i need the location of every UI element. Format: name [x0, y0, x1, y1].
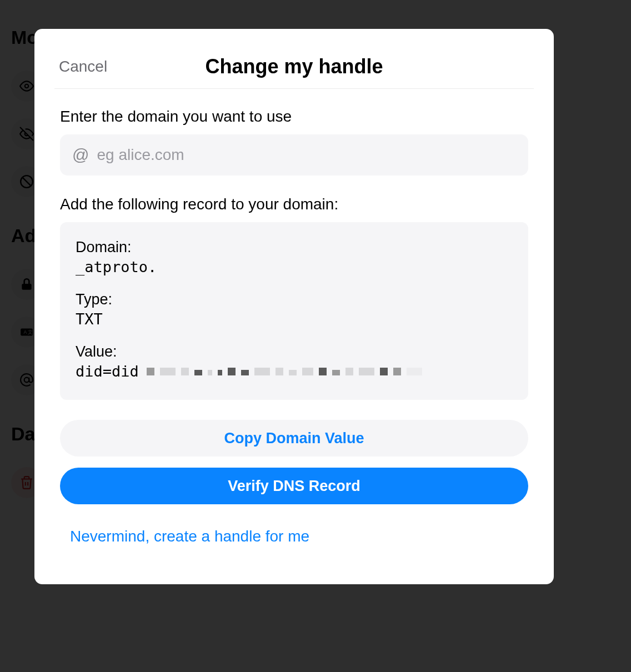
domain-field-label: Enter the domain you want to use [60, 108, 528, 126]
record-instruction-label: Add the following record to your domain: [60, 195, 528, 213]
record-value-label: Value: [76, 343, 513, 360]
nevermind-link[interactable]: Nevermind, create a handle for me [60, 528, 528, 545]
cancel-button[interactable]: Cancel [59, 58, 107, 76]
record-domain-value: _atproto. [76, 258, 513, 275]
record-value-prefix: did=did [76, 363, 139, 380]
record-type-value: TXT [76, 310, 513, 328]
domain-input[interactable] [97, 146, 516, 164]
verify-dns-record-button[interactable]: Verify DNS Record [60, 468, 528, 504]
redacted-did-value [147, 368, 422, 375]
at-sign-icon: @ [72, 146, 89, 164]
modal-header: Cancel Change my handle [54, 44, 534, 89]
record-type-label: Type: [76, 291, 513, 308]
record-domain-label: Domain: [76, 239, 513, 256]
modal-title: Change my handle [205, 55, 383, 78]
copy-domain-value-button[interactable]: Copy Domain Value [60, 420, 528, 457]
domain-input-wrap[interactable]: @ [60, 134, 528, 175]
change-handle-modal: Cancel Change my handle Enter the domain… [34, 29, 554, 584]
dns-record-box: Domain: _atproto. Type: TXT Value: did=d… [60, 222, 528, 400]
